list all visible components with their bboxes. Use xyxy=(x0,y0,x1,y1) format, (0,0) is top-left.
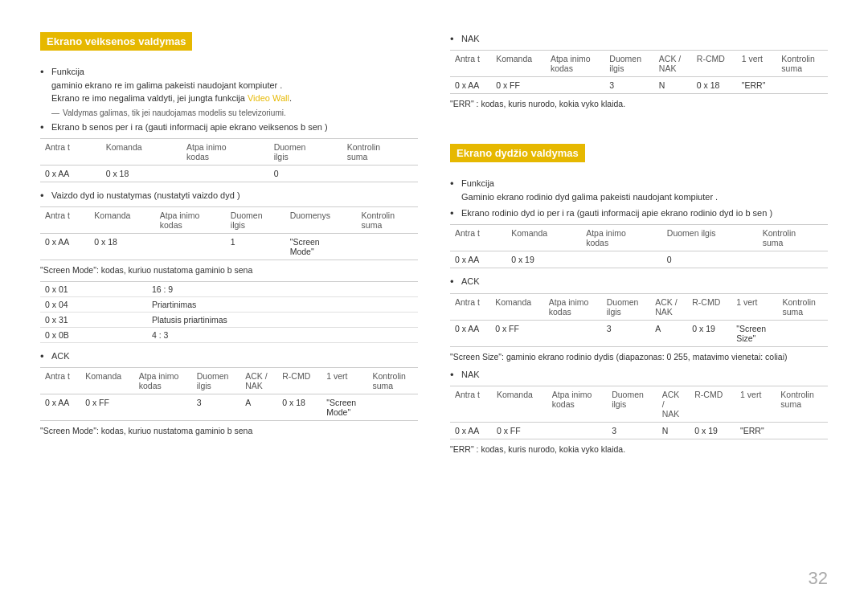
td-ack-val-r: A xyxy=(650,320,687,346)
td-nak-val-r: N xyxy=(657,422,690,439)
ack-label-left: ACK xyxy=(51,349,70,363)
td-komanda-nak-top: 0 x FF xyxy=(491,77,546,94)
bullet-dot-nak-top: • xyxy=(450,32,457,47)
bullet-nak-top: • NAK xyxy=(450,32,828,47)
note-valdymas: — Valdymas galimas, tik jei naudojamas m… xyxy=(40,108,418,117)
th-antrat-2: Antra t xyxy=(40,206,89,233)
bullet-ack-right: • ACK xyxy=(450,275,828,289)
th-acknak-nak-top: ACK /NAK xyxy=(654,51,692,77)
td-atpainimo-t3 xyxy=(581,251,662,268)
bullet-dot-1: • xyxy=(40,65,47,80)
ekrano-bsenos-text: Ekrano b senos per i ra (gauti informaci… xyxy=(51,121,328,134)
table-modes: 0 x 01 16 : 9 0 x 04 Priartinimas 0 x 31… xyxy=(40,281,418,343)
td-rcmd-nak-top: 0 x 18 xyxy=(692,77,737,94)
td-1vert-val-r: "ScreenSize" xyxy=(731,320,777,346)
th-kontrolin-1: Kontrolinsuma xyxy=(342,138,418,165)
td-rcmd-val-r: 0 x 19 xyxy=(687,320,731,346)
td-duomen-nak-r: 3 xyxy=(607,422,657,439)
th-kontrolin-ack: Kontrolinsuma xyxy=(367,368,418,394)
td-komanda-1: 0 x 18 xyxy=(101,165,182,182)
table-get-screen-size: Antra t Komanda Atpa inimokodas Duomen i… xyxy=(450,224,828,268)
th-komanda-t3: Komanda xyxy=(506,225,581,251)
th-komanda-nak-r: Komanda xyxy=(492,386,547,422)
th-antrat-t3: Antra t xyxy=(450,225,506,251)
td-ack-val: A xyxy=(240,394,277,421)
funkcija-sub: gaminio ekrano re im galima pakeisti nau… xyxy=(51,79,292,92)
td-antrat-nak-top: 0 x AA xyxy=(450,77,491,94)
th-komanda-2: Komanda xyxy=(89,206,154,233)
td-kontrolin-nak-top xyxy=(776,77,828,94)
bullet-funkcija: • Funkcija gaminio ekrano re im galima p… xyxy=(40,65,418,105)
td-kontrolin-t3 xyxy=(758,251,828,268)
table-row: 0 x AA 0 x FF 3 A 0 x 19 "ScreenSize" xyxy=(450,320,828,346)
td-atpainimo-nak-top xyxy=(546,77,604,94)
td-duomen-1: 0 xyxy=(269,165,342,182)
funkcija-2-sub: Gaminio ekrano rodinio dyd galima pakeis… xyxy=(461,190,718,204)
th-komanda-nak-top: Komanda xyxy=(491,51,546,77)
table-row: 0 x AA 0 x 18 0 xyxy=(40,165,418,182)
th-antrat-nak-r: Antra t xyxy=(450,386,492,422)
th-1vert-ack: 1 vert xyxy=(321,368,367,394)
th-duomen-ack: Duomenilgis xyxy=(192,368,240,394)
td-duomen-t3: 0 xyxy=(662,251,758,268)
err-note-bottom: "ERR" : kodas, kuris nurodo, kokia vyko … xyxy=(450,444,828,454)
table-row: 0 x AA 0 x 18 1 "ScreenMode" xyxy=(40,233,418,260)
bullet-dot-ack-r: • xyxy=(450,275,457,289)
funkcija-label: Funkcija xyxy=(51,65,292,79)
bullet-dot-er: • xyxy=(450,206,457,221)
td-komanda-ack-r: 0 x FF xyxy=(490,320,544,346)
td-atpainimo-ack xyxy=(134,394,192,421)
th-duomen-ack-r: Duomenilgis xyxy=(602,293,650,320)
th-duomen-1: Duomenilgis xyxy=(269,138,342,165)
td-nak-val-top: N xyxy=(654,77,692,94)
td-1vert-nak-r: "ERR" xyxy=(735,422,776,439)
td-rcmd-val: 0 x 18 xyxy=(277,394,321,421)
th-duomen-2: Duomenilgis xyxy=(226,206,285,233)
th-rcmd-nak-top: R-CMD xyxy=(692,51,737,77)
mode-val-2: Priartinimas xyxy=(147,296,418,312)
table-row: 0 x AA 0 x 19 0 xyxy=(450,251,828,268)
table-row: 0 x 0B 4 : 3 xyxy=(40,327,418,342)
screen-mode-note-2: "Screen Mode": kodas, kuriuo nustatoma g… xyxy=(40,426,418,435)
mode-code-3: 0 x 31 xyxy=(40,312,147,327)
td-duomenys-2: "ScreenMode" xyxy=(285,233,357,260)
nak-label-right: NAK xyxy=(461,368,480,382)
th-atpainimo-ack-r: Atpa inimokodas xyxy=(544,293,602,320)
td-kontrolin-ack-r xyxy=(777,320,828,346)
screen-size-note: "Screen Size": gaminio ekrano rodinio dy… xyxy=(450,352,828,362)
table-row: 0 x 04 Priartinimas xyxy=(40,296,418,312)
table-row: 0 x AA 0 x FF 3 A 0 x 18 "ScreenMode" xyxy=(40,394,418,421)
td-atpainimo-ack-r xyxy=(544,320,602,346)
th-atpainimo-nak-top: Atpa inimokodas xyxy=(546,51,604,77)
mode-code-2: 0 x 04 xyxy=(40,296,147,312)
th-1vert-nak-r: 1 vert xyxy=(735,386,776,422)
td-duomen-ack-r: 3 xyxy=(602,320,650,346)
table-row: 0 x 01 16 : 9 xyxy=(40,281,418,296)
td-duomen-ack: 3 xyxy=(192,394,240,421)
td-duomen-nak-top: 3 xyxy=(604,77,654,94)
th-antrat-ack: Antra t xyxy=(40,368,80,394)
page-number: 32 xyxy=(809,568,828,589)
mode-code-1: 0 x 01 xyxy=(40,281,147,296)
th-kontrolin-nak-r: Kontrolinsuma xyxy=(776,386,828,422)
mode-val-4: 4 : 3 xyxy=(147,327,418,342)
table-set-screen-mode: Antra t Komanda Atpa inimokodas Duomenil… xyxy=(40,206,418,260)
th-antrat-nak-top: Antra t xyxy=(450,51,491,77)
bullet-ekrano-bsenos: • Ekrano b senos per i ra (gauti informa… xyxy=(40,121,418,135)
table-nak-right: Antra t Komanda Atpa inimokodas Duomenil… xyxy=(450,386,828,439)
th-acknak-nak-r: ACK/NAK xyxy=(657,386,690,422)
th-atpainimo-2: Atpa inimokodas xyxy=(155,206,226,233)
video-wall-link: Video Wall xyxy=(248,93,289,103)
td-antrat-ack-r: 0 x AA xyxy=(450,320,490,346)
section-title-left: Ekrano veiksenos valdymas xyxy=(40,32,192,51)
table-row: 0 x AA 0 x FF 3 N 0 x 19 "ERR" xyxy=(450,422,828,439)
th-ack-nak-ack: ACK /NAK xyxy=(240,368,277,394)
section-title-right: Ekrano dydžio valdymas xyxy=(450,144,585,162)
right-column: • NAK Antra t Komanda Atpa inimokodas Du… xyxy=(450,32,828,581)
td-atpainimo-nak-r xyxy=(547,422,607,439)
section-ekrano-veiksenos: Ekrano veiksenos valdymas • Funkcija gam… xyxy=(40,32,418,442)
th-atpainimo-ack: Atpa inimokodas xyxy=(134,368,192,394)
td-kontrolin-nak-r xyxy=(776,422,828,439)
td-komanda-nak-r: 0 x FF xyxy=(492,422,547,439)
th-rcmd-ack-r: R-CMD xyxy=(687,293,731,320)
